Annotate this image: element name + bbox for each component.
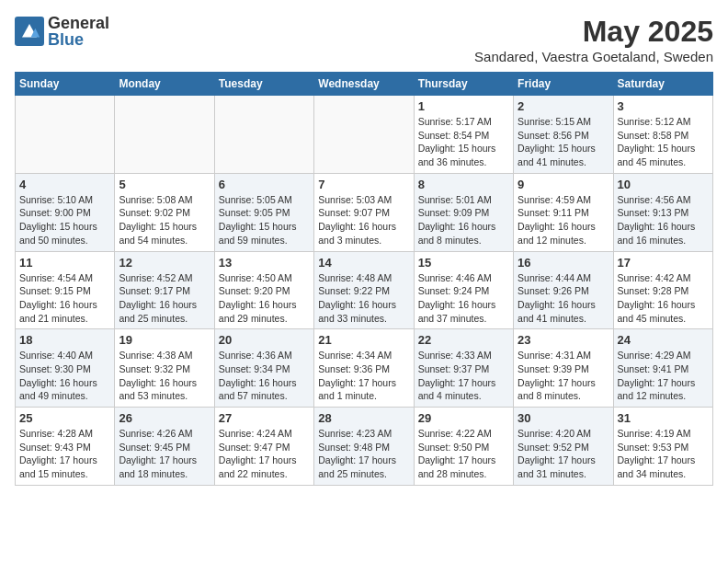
- calendar-cell: [16, 96, 115, 174]
- header-monday: Monday: [115, 73, 214, 96]
- month-title: May 2025: [474, 15, 713, 49]
- day-number: 24: [618, 333, 709, 347]
- day-number: 16: [518, 256, 609, 270]
- calendar-cell: 18Sunrise: 4:40 AM Sunset: 9:30 PM Dayli…: [16, 329, 115, 408]
- calendar-cell: 17Sunrise: 4:42 AM Sunset: 9:28 PM Dayli…: [613, 251, 712, 329]
- header-friday: Friday: [514, 73, 613, 96]
- day-info: Sunrise: 4:38 AM Sunset: 9:32 PM Dayligh…: [119, 349, 210, 403]
- day-number: 23: [518, 333, 609, 347]
- day-info: Sunrise: 5:12 AM Sunset: 8:58 PM Dayligh…: [618, 115, 709, 169]
- calendar-cell: 13Sunrise: 4:50 AM Sunset: 9:20 PM Dayli…: [214, 251, 313, 329]
- logo-blue-text: Blue: [48, 31, 109, 48]
- header-thursday: Thursday: [414, 73, 513, 96]
- calendar-cell: 1Sunrise: 5:17 AM Sunset: 8:54 PM Daylig…: [414, 96, 513, 174]
- day-info: Sunrise: 4:36 AM Sunset: 9:34 PM Dayligh…: [219, 349, 310, 403]
- day-number: 1: [418, 99, 509, 113]
- calendar-cell: [115, 96, 214, 174]
- header-tuesday: Tuesday: [214, 73, 313, 96]
- day-info: Sunrise: 4:24 AM Sunset: 9:47 PM Dayligh…: [219, 427, 310, 481]
- day-info: Sunrise: 4:29 AM Sunset: 9:41 PM Dayligh…: [618, 349, 709, 403]
- day-info: Sunrise: 4:26 AM Sunset: 9:45 PM Dayligh…: [119, 427, 210, 481]
- day-info: Sunrise: 5:03 AM Sunset: 9:07 PM Dayligh…: [318, 193, 409, 247]
- calendar-cell: 5Sunrise: 5:08 AM Sunset: 9:02 PM Daylig…: [115, 173, 214, 251]
- calendar-cell: 11Sunrise: 4:54 AM Sunset: 9:15 PM Dayli…: [16, 251, 115, 329]
- day-number: 31: [618, 411, 709, 425]
- day-info: Sunrise: 4:46 AM Sunset: 9:24 PM Dayligh…: [418, 271, 509, 326]
- day-info: Sunrise: 5:05 AM Sunset: 9:05 PM Dayligh…: [219, 193, 310, 247]
- calendar-cell: [214, 96, 313, 174]
- calendar-cell: 7Sunrise: 5:03 AM Sunset: 9:07 PM Daylig…: [314, 173, 414, 251]
- calendar-week-2: 11Sunrise: 4:54 AM Sunset: 9:15 PM Dayli…: [16, 251, 713, 329]
- day-info: Sunrise: 5:08 AM Sunset: 9:02 PM Dayligh…: [119, 193, 210, 247]
- calendar-table: SundayMondayTuesdayWednesdayThursdayFrid…: [15, 72, 713, 486]
- day-number: 17: [618, 256, 709, 270]
- logo-general-text: General: [48, 15, 109, 31]
- calendar-cell: 27Sunrise: 4:24 AM Sunset: 9:47 PM Dayli…: [214, 408, 313, 486]
- calendar-cell: 23Sunrise: 4:31 AM Sunset: 9:39 PM Dayli…: [514, 329, 613, 408]
- calendar-week-3: 18Sunrise: 4:40 AM Sunset: 9:30 PM Dayli…: [16, 329, 713, 408]
- day-info: Sunrise: 4:59 AM Sunset: 9:11 PM Dayligh…: [518, 193, 609, 247]
- day-info: Sunrise: 4:54 AM Sunset: 9:15 PM Dayligh…: [19, 271, 110, 326]
- title-block: May 2025 Sandared, Vaestra Goetaland, Sw…: [474, 15, 713, 64]
- day-info: Sunrise: 4:44 AM Sunset: 9:26 PM Dayligh…: [518, 271, 609, 326]
- calendar-cell: 29Sunrise: 4:22 AM Sunset: 9:50 PM Dayli…: [414, 408, 513, 486]
- calendar-cell: 6Sunrise: 5:05 AM Sunset: 9:05 PM Daylig…: [214, 173, 313, 251]
- calendar-cell: 14Sunrise: 4:48 AM Sunset: 9:22 PM Dayli…: [314, 251, 414, 329]
- day-info: Sunrise: 4:40 AM Sunset: 9:30 PM Dayligh…: [19, 349, 110, 403]
- calendar-cell: 26Sunrise: 4:26 AM Sunset: 9:45 PM Dayli…: [115, 408, 214, 486]
- calendar-cell: 16Sunrise: 4:44 AM Sunset: 9:26 PM Dayli…: [514, 251, 613, 329]
- day-info: Sunrise: 4:31 AM Sunset: 9:39 PM Dayligh…: [518, 349, 609, 403]
- day-number: 10: [618, 178, 709, 191]
- day-number: 6: [219, 178, 310, 191]
- calendar-cell: 12Sunrise: 4:52 AM Sunset: 9:17 PM Dayli…: [115, 251, 214, 329]
- day-number: 18: [19, 333, 110, 347]
- day-number: 12: [119, 256, 210, 270]
- header-wednesday: Wednesday: [314, 73, 414, 96]
- calendar-cell: 8Sunrise: 5:01 AM Sunset: 9:09 PM Daylig…: [414, 173, 513, 251]
- calendar-cell: 22Sunrise: 4:33 AM Sunset: 9:37 PM Dayli…: [414, 329, 513, 408]
- day-number: 21: [318, 333, 409, 347]
- calendar-cell: 4Sunrise: 5:10 AM Sunset: 9:00 PM Daylig…: [16, 173, 115, 251]
- calendar-cell: 21Sunrise: 4:34 AM Sunset: 9:36 PM Dayli…: [314, 329, 414, 408]
- day-number: 29: [418, 411, 509, 425]
- calendar-cell: 31Sunrise: 4:19 AM Sunset: 9:53 PM Dayli…: [613, 408, 712, 486]
- calendar-cell: 10Sunrise: 4:56 AM Sunset: 9:13 PM Dayli…: [613, 173, 712, 251]
- day-info: Sunrise: 4:19 AM Sunset: 9:53 PM Dayligh…: [618, 427, 709, 481]
- calendar-cell: 19Sunrise: 4:38 AM Sunset: 9:32 PM Dayli…: [115, 329, 214, 408]
- calendar-cell: 9Sunrise: 4:59 AM Sunset: 9:11 PM Daylig…: [514, 173, 613, 251]
- calendar-cell: 28Sunrise: 4:23 AM Sunset: 9:48 PM Dayli…: [314, 408, 414, 486]
- day-info: Sunrise: 4:42 AM Sunset: 9:28 PM Dayligh…: [618, 271, 709, 326]
- page-header: General Blue May 2025 Sandared, Vaestra …: [15, 15, 713, 64]
- calendar-cell: 20Sunrise: 4:36 AM Sunset: 9:34 PM Dayli…: [214, 329, 313, 408]
- logo-icon: [15, 17, 44, 46]
- day-number: 3: [618, 99, 709, 113]
- day-number: 4: [19, 178, 110, 191]
- calendar-header-row: SundayMondayTuesdayWednesdayThursdayFrid…: [16, 73, 713, 96]
- day-number: 8: [418, 178, 509, 191]
- day-number: 11: [19, 256, 110, 270]
- day-number: 28: [318, 411, 409, 425]
- day-number: 13: [219, 256, 310, 270]
- day-info: Sunrise: 4:34 AM Sunset: 9:36 PM Dayligh…: [318, 349, 409, 403]
- day-number: 2: [518, 99, 609, 113]
- calendar-cell: 3Sunrise: 5:12 AM Sunset: 8:58 PM Daylig…: [613, 96, 712, 174]
- day-info: Sunrise: 4:20 AM Sunset: 9:52 PM Dayligh…: [518, 427, 609, 481]
- day-info: Sunrise: 4:28 AM Sunset: 9:43 PM Dayligh…: [19, 427, 110, 481]
- day-info: Sunrise: 5:15 AM Sunset: 8:56 PM Dayligh…: [518, 115, 609, 169]
- calendar-week-4: 25Sunrise: 4:28 AM Sunset: 9:43 PM Dayli…: [16, 408, 713, 486]
- calendar-cell: 15Sunrise: 4:46 AM Sunset: 9:24 PM Dayli…: [414, 251, 513, 329]
- day-number: 26: [119, 411, 210, 425]
- day-number: 30: [518, 411, 609, 425]
- day-number: 20: [219, 333, 310, 347]
- day-number: 5: [119, 178, 210, 191]
- location-title: Sandared, Vaestra Goetaland, Sweden: [474, 49, 713, 64]
- header-sunday: Sunday: [16, 73, 115, 96]
- calendar-week-0: 1Sunrise: 5:17 AM Sunset: 8:54 PM Daylig…: [16, 96, 713, 174]
- calendar-cell: 25Sunrise: 4:28 AM Sunset: 9:43 PM Dayli…: [16, 408, 115, 486]
- day-info: Sunrise: 4:33 AM Sunset: 9:37 PM Dayligh…: [418, 349, 509, 403]
- calendar-cell: 2Sunrise: 5:15 AM Sunset: 8:56 PM Daylig…: [514, 96, 613, 174]
- day-info: Sunrise: 4:52 AM Sunset: 9:17 PM Dayligh…: [119, 271, 210, 326]
- calendar-week-1: 4Sunrise: 5:10 AM Sunset: 9:00 PM Daylig…: [16, 173, 713, 251]
- calendar-cell: [314, 96, 414, 174]
- day-info: Sunrise: 4:56 AM Sunset: 9:13 PM Dayligh…: [618, 193, 709, 247]
